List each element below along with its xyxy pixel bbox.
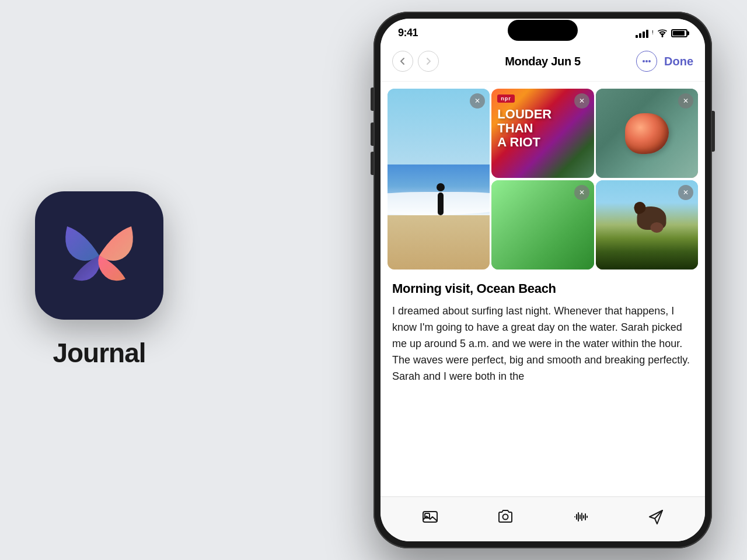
shell-shape bbox=[625, 113, 669, 154]
podcast-photo-close[interactable]: ✕ bbox=[574, 93, 589, 108]
battery-fill bbox=[673, 31, 685, 36]
phone-frame: 9:41 ᵎ bbox=[374, 12, 712, 548]
photos-grid: ✕ npr LOUDERTHANA RIOT ✕ bbox=[388, 89, 698, 270]
journal-entry-body: I dreamed about surfing last night. When… bbox=[392, 303, 693, 384]
podcast-title: LOUDERTHANA RIOT bbox=[497, 107, 551, 150]
location-photo-close[interactable]: ✕ bbox=[574, 185, 589, 200]
left-section: Journal bbox=[35, 191, 163, 369]
beach-photo-bg bbox=[388, 89, 490, 270]
dog-photo-close[interactable]: ✕ bbox=[678, 185, 693, 200]
content-area[interactable]: ✕ npr LOUDERTHANA RIOT ✕ bbox=[381, 82, 705, 496]
app-icon bbox=[35, 191, 163, 320]
svg-point-1 bbox=[643, 60, 645, 62]
status-time: 9:41 bbox=[398, 27, 418, 39]
shell-photo-item[interactable]: ✕ bbox=[596, 89, 698, 178]
wifi-icon-svg bbox=[657, 29, 668, 37]
wifi-icon: ᵎ bbox=[652, 27, 654, 38]
dog-body bbox=[637, 206, 669, 239]
nav-title: Monday Jun 5 bbox=[505, 55, 581, 68]
back-button[interactable] bbox=[392, 51, 413, 72]
shell-photo-close[interactable]: ✕ bbox=[678, 93, 693, 108]
podcast-photo-item[interactable]: npr LOUDERTHANA RIOT ✕ bbox=[491, 89, 594, 178]
camera-button[interactable] bbox=[493, 504, 518, 530]
battery-icon bbox=[671, 29, 687, 37]
location-photo-item[interactable]: OceanBeach ✕ bbox=[491, 180, 594, 270]
journal-entry-title: Morning visit, Ocean Beach bbox=[392, 281, 693, 296]
phone-screen: 9:41 ᵎ bbox=[381, 19, 705, 541]
photo-library-button[interactable] bbox=[417, 504, 443, 530]
svg-point-7 bbox=[502, 514, 508, 520]
phone-container: 9:41 ᵎ bbox=[374, 12, 712, 548]
send-button[interactable] bbox=[643, 504, 669, 530]
svg-point-0 bbox=[662, 36, 664, 37]
signal-bars-icon bbox=[636, 29, 648, 38]
journal-logo-svg bbox=[58, 215, 140, 296]
forward-button[interactable] bbox=[418, 51, 439, 72]
dynamic-island bbox=[508, 20, 578, 41]
podcast-logo: npr bbox=[497, 94, 515, 103]
audio-button[interactable] bbox=[568, 504, 594, 530]
svg-point-3 bbox=[648, 60, 651, 62]
nav-bar: Monday Jun 5 Done bbox=[381, 44, 705, 82]
app-name-label: Journal bbox=[53, 337, 145, 369]
dog-photo-item[interactable]: ✕ bbox=[596, 180, 698, 270]
surfer-figure bbox=[436, 183, 445, 215]
more-button[interactable] bbox=[636, 51, 657, 72]
signal-bar-3 bbox=[643, 32, 645, 38]
status-icons: ᵎ bbox=[636, 27, 687, 38]
journal-content: Morning visit, Ocean Beach I dreamed abo… bbox=[381, 270, 705, 394]
nav-right: Done bbox=[636, 51, 693, 72]
signal-bar-4 bbox=[646, 30, 648, 38]
signal-bar-2 bbox=[639, 33, 641, 38]
done-button[interactable]: Done bbox=[664, 52, 693, 71]
beach-photo-item[interactable]: ✕ bbox=[388, 89, 490, 270]
bottom-toolbar bbox=[381, 496, 705, 541]
signal-bar-1 bbox=[636, 35, 638, 38]
sand bbox=[388, 215, 490, 270]
svg-point-2 bbox=[645, 60, 648, 62]
